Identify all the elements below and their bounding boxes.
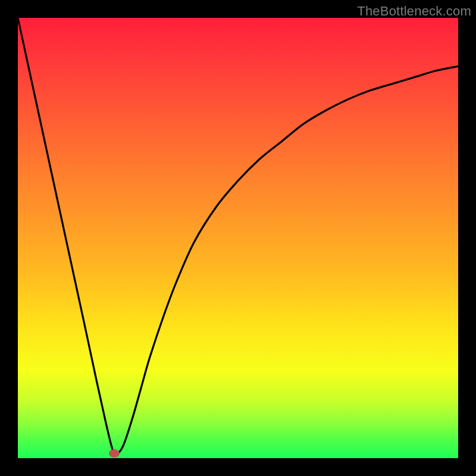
minimum-dot [109,449,120,458]
plot-area [18,18,458,458]
curve-path [18,18,458,454]
bottleneck-curve [18,18,458,458]
watermark-text: TheBottleneck.com [357,4,471,19]
chart-frame: TheBottleneck.com [0,0,476,476]
